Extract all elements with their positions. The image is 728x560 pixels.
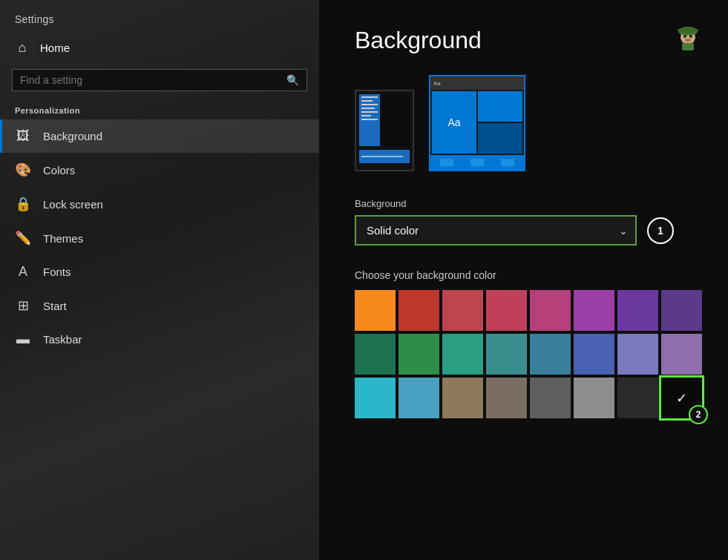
color-swatch-violet[interactable] bbox=[574, 290, 614, 331]
sidebar-item-label-start: Start bbox=[43, 300, 67, 312]
sidebar: Settings ⌂ Home 🔍 Personalization 🖼Backg… bbox=[0, 0, 319, 560]
svg-point-4 bbox=[689, 35, 692, 38]
taskbar-icon: ▬ bbox=[15, 332, 31, 347]
sidebar-item-label-themes: Themes bbox=[43, 232, 83, 245]
color-swatch-sky[interactable] bbox=[399, 378, 439, 418]
color-swatch-near-black[interactable] bbox=[617, 378, 658, 418]
sidebar-item-taskbar[interactable]: ▬Taskbar bbox=[0, 323, 319, 356]
tile-top-right bbox=[478, 91, 522, 122]
home-icon: ⌂ bbox=[15, 40, 30, 56]
color-swatch-purple[interactable] bbox=[617, 290, 658, 331]
themes-icon: ✏️ bbox=[15, 230, 31, 246]
sidebar-item-colors[interactable]: 🎨Colors bbox=[0, 153, 319, 187]
preview-monitor-small bbox=[355, 90, 414, 171]
preview-monitor-main: Aa Aa bbox=[429, 75, 525, 171]
color-swatch-pink-red[interactable] bbox=[442, 290, 483, 331]
color-swatch-red[interactable] bbox=[399, 290, 439, 331]
dropdown-row: Solid color Picture Slideshow ⌄ 1 bbox=[355, 215, 692, 246]
color-swatch-silver[interactable] bbox=[574, 378, 614, 418]
color-swatch-tan[interactable] bbox=[442, 378, 483, 418]
search-box[interactable]: 🔍 bbox=[12, 69, 307, 91]
start-icon: ⊞ bbox=[15, 297, 31, 314]
fonts-icon: A bbox=[15, 264, 31, 280]
sidebar-item-label-lock-screen: Lock screen bbox=[43, 198, 103, 211]
svg-point-2 bbox=[678, 27, 698, 33]
sidebar-item-label-fonts: Fonts bbox=[43, 266, 71, 278]
home-label: Home bbox=[40, 42, 70, 54]
colors-icon: 🎨 bbox=[15, 162, 31, 178]
preview-area: Aa Aa bbox=[355, 75, 692, 171]
monitor-body: Aa bbox=[430, 90, 524, 155]
color-swatch-dark-green[interactable] bbox=[355, 334, 396, 375]
sidebar-item-background[interactable]: 🖼Background bbox=[0, 119, 319, 153]
main-panel: Background Aa bbox=[319, 0, 728, 560]
sidebar-item-lock-screen[interactable]: 🔒Lock screen bbox=[0, 187, 319, 221]
svg-point-5 bbox=[685, 39, 691, 42]
background-section-label: Background bbox=[355, 198, 692, 209]
sidebar-item-themes[interactable]: ✏️Themes bbox=[0, 221, 319, 255]
sidebar-item-start[interactable]: ⊞Start bbox=[0, 289, 319, 323]
color-swatch-blue-violet[interactable] bbox=[574, 334, 614, 375]
svg-rect-6 bbox=[682, 43, 694, 50]
dropdown-wrapper: Solid color Picture Slideshow ⌄ bbox=[355, 215, 637, 246]
color-swatch-light-purple[interactable] bbox=[661, 334, 702, 375]
app-title: Settings bbox=[0, 0, 319, 33]
color-swatch-teal[interactable] bbox=[442, 334, 483, 375]
search-input[interactable] bbox=[20, 74, 286, 86]
nav-list: 🖼Background🎨Colors🔒Lock screen✏️ThemesAF… bbox=[0, 119, 319, 356]
color-swatch-warm-gray[interactable] bbox=[486, 378, 527, 418]
color-swatch-hot-pink[interactable] bbox=[486, 290, 527, 331]
color-swatch-cyan[interactable] bbox=[355, 378, 396, 418]
sidebar-item-label-background: Background bbox=[43, 130, 102, 142]
color-swatch-mid-gray[interactable] bbox=[530, 378, 571, 418]
personalization-label: Personalization bbox=[0, 100, 319, 119]
monitor-top-bar: Aa bbox=[430, 76, 524, 90]
color-swatch-black[interactable]: ✓2 bbox=[661, 378, 702, 418]
color-swatch-magenta[interactable] bbox=[530, 290, 571, 331]
color-swatch-dark-purple[interactable] bbox=[661, 290, 702, 331]
lock-screen-icon: 🔒 bbox=[15, 196, 31, 212]
background-icon: 🖼 bbox=[15, 128, 31, 144]
color-swatch-green[interactable] bbox=[399, 334, 439, 375]
check-icon: ✓ bbox=[676, 390, 687, 406]
color-swatch-orange[interactable] bbox=[355, 290, 396, 331]
badge-2: 2 bbox=[689, 405, 708, 424]
tile-aa: Aa bbox=[432, 91, 476, 154]
color-swatch-lavender[interactable] bbox=[617, 334, 658, 375]
sidebar-item-label-colors: Colors bbox=[43, 164, 75, 177]
color-section-label: Choose your background color bbox=[355, 269, 692, 281]
tile-bottom-right bbox=[478, 123, 522, 154]
mascot bbox=[670, 21, 706, 56]
background-dropdown[interactable]: Solid color Picture Slideshow bbox=[355, 215, 637, 246]
sidebar-item-fonts[interactable]: AFonts bbox=[0, 255, 319, 289]
home-nav-item[interactable]: ⌂ Home bbox=[0, 33, 319, 63]
search-icon: 🔍 bbox=[286, 74, 299, 86]
sidebar-item-label-taskbar: Taskbar bbox=[43, 333, 82, 346]
svg-point-3 bbox=[683, 35, 686, 38]
color-swatch-sea[interactable] bbox=[486, 334, 527, 375]
page-title: Background bbox=[355, 27, 692, 54]
color-swatch-teal-blue[interactable] bbox=[530, 334, 571, 375]
color-grid: ✓2 bbox=[355, 290, 692, 418]
badge-1: 1 bbox=[647, 217, 674, 244]
